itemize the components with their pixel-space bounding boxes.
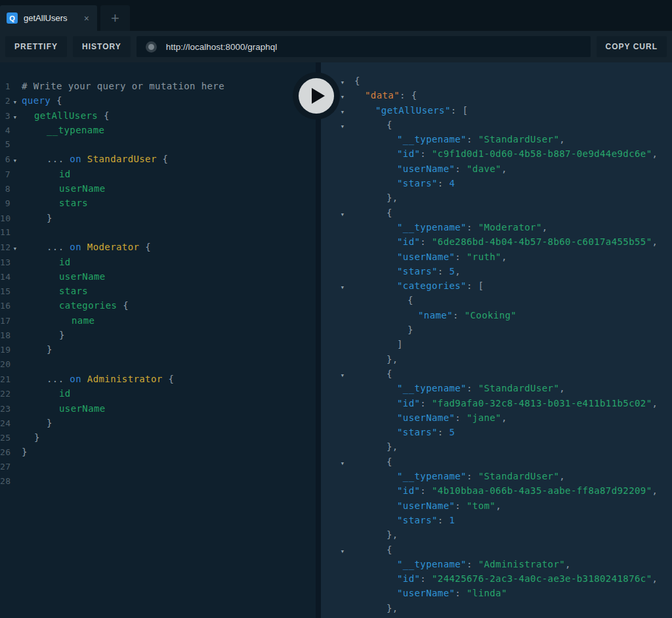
code-text: "stars": 5 — [348, 425, 672, 439]
token-key: "__typename" — [397, 134, 467, 144]
query-code-line[interactable]: 7id — [0, 167, 316, 181]
query-code-line[interactable]: 3▼getAllUsers { — [0, 108, 316, 123]
query-code-line[interactable]: 27 — [0, 460, 316, 474]
token-pn: ... — [47, 374, 70, 384]
fold-arrow-icon[interactable]: ▼ — [10, 154, 20, 168]
query-code-line[interactable]: 20 — [0, 357, 316, 372]
token-pn: : [ — [467, 280, 484, 291]
fold-arrow-icon[interactable]: ▼ — [10, 95, 20, 110]
token-kw: query — [22, 95, 51, 106]
query-code-line[interactable]: 16categories { — [0, 298, 316, 313]
code-text: "stars": 5, — [348, 264, 672, 278]
history-button[interactable]: HISTORY — [73, 36, 131, 57]
response-row: "id": "fad9afa0-32c8-4813-b031-e411b11b5… — [321, 396, 672, 410]
line-number: 10 — [0, 211, 10, 226]
query-code-line[interactable]: 6▼... on StandardUser { — [0, 152, 316, 166]
pane-resize-divider[interactable] — [316, 62, 321, 618]
query-editor-pane[interactable]: 1# Write your query or mutation here2▼qu… — [0, 62, 316, 618]
code-text: } — [20, 445, 316, 459]
new-tab-button[interactable]: + — [100, 5, 130, 31]
query-code-line[interactable]: 14userName — [0, 269, 316, 284]
line-number: 13 — [0, 255, 10, 270]
query-code-line[interactable]: 23userName — [0, 401, 316, 416]
query-code-line[interactable]: 5 — [0, 137, 316, 152]
token-fld: userName — [59, 271, 106, 282]
response-row: ▼{ — [321, 118, 672, 132]
token-key: "getAllUsers" — [375, 105, 451, 116]
line-number: 6 — [0, 152, 10, 167]
response-row: ▼{ — [321, 542, 672, 557]
code-text: id — [20, 255, 316, 269]
token-pn: : — [455, 588, 467, 598]
fold-arrow-icon[interactable]: ▼ — [337, 544, 348, 559]
token-key: "userName" — [397, 500, 455, 511]
fold-arrow-icon[interactable]: ▼ — [337, 456, 348, 471]
response-pane: ▼{▼"data": {▼"getAllUsers": [▼{"__typena… — [321, 62, 672, 618]
fold-arrow-icon[interactable]: ▼ — [337, 368, 348, 383]
tab-getallusers[interactable]: Q getAllUsers × — [0, 5, 97, 31]
token-pn: } — [59, 330, 65, 340]
fold-arrow-icon[interactable]: ▼ — [337, 280, 348, 295]
code-text: stars — [20, 284, 316, 298]
token-pn: } — [47, 213, 52, 223]
code-text: { — [348, 206, 672, 220]
token-fld: id — [59, 257, 71, 267]
token-pn: { — [51, 95, 62, 106]
code-text: "userName": "ruth", — [348, 250, 672, 264]
fold-arrow-icon[interactable]: ▼ — [337, 120, 348, 134]
token-pn: , — [652, 236, 658, 247]
token-key: "userName" — [397, 588, 455, 598]
code-text: ... on Moderator { — [20, 240, 316, 254]
query-code-line[interactable]: 25} — [0, 430, 316, 445]
token-key: "stars" — [397, 178, 438, 188]
fold-arrow-icon[interactable]: ▼ — [337, 105, 348, 120]
query-code-line[interactable]: 28 — [0, 474, 316, 489]
response-row: "stars": 1 — [321, 513, 672, 527]
token-pn: : — [455, 252, 467, 262]
query-code-line[interactable]: 21... on Administrator { — [0, 372, 316, 386]
endpoint-url-input[interactable]: http://localhost:8000/graphql — [136, 36, 591, 57]
code-text: "stars": 4 — [348, 176, 672, 190]
token-str: "dave" — [467, 164, 501, 174]
token-pn: , — [559, 383, 565, 393]
execute-query-button[interactable] — [293, 72, 340, 120]
response-row: "userName": "jane", — [321, 410, 672, 425]
query-code-line[interactable]: 19} — [0, 342, 316, 357]
query-code-line[interactable]: 26} — [0, 445, 316, 459]
copy-curl-button[interactable]: COPY CURL — [597, 36, 667, 57]
response-row: ▼"getAllUsers": [ — [321, 103, 672, 118]
query-code-line[interactable]: 15stars — [0, 284, 316, 298]
query-code-line[interactable]: 17name — [0, 313, 316, 328]
prettify-button[interactable]: PRETTIFY — [5, 36, 67, 57]
query-code-line[interactable]: 10} — [0, 211, 316, 225]
code-text: ... on Administrator { — [20, 372, 316, 386]
query-code-line[interactable]: 8userName — [0, 181, 316, 196]
query-code-line[interactable]: 12▼... on Moderator { — [0, 240, 316, 254]
token-str: "tom" — [467, 500, 495, 511]
code-text: "data": { — [348, 88, 672, 102]
query-code-line[interactable]: 18} — [0, 328, 316, 342]
query-code-line[interactable]: 4__typename — [0, 123, 316, 137]
token-key: "userName" — [397, 252, 455, 262]
token-pn: : — [455, 164, 467, 174]
query-code-line[interactable]: 13id — [0, 255, 316, 269]
code-text: id — [20, 386, 316, 401]
line-number: 3 — [0, 109, 10, 123]
close-tab-icon[interactable]: × — [83, 13, 91, 24]
response-row: { — [321, 293, 672, 307]
token-kw: on — [70, 154, 81, 164]
query-code-line[interactable]: 9stars — [0, 196, 316, 210]
token-pn: : — [420, 573, 432, 584]
code-text: }, — [348, 439, 672, 454]
token-pn: : — [438, 427, 450, 437]
query-code-line[interactable]: 24} — [0, 416, 316, 430]
fold-arrow-icon[interactable]: ▼ — [10, 110, 20, 125]
query-code-line[interactable]: 2▼query { — [0, 93, 316, 108]
query-code-line[interactable]: 22id — [0, 386, 316, 401]
fold-arrow-icon[interactable]: ▼ — [337, 208, 348, 222]
code-text: "userName": "jane", — [348, 410, 672, 425]
query-code-line[interactable]: 11 — [0, 225, 316, 240]
fold-arrow-icon[interactable]: ▼ — [10, 242, 20, 256]
query-code-line[interactable]: 1# Write your query or mutation here — [0, 79, 316, 93]
token-typ: StandardUser — [81, 154, 157, 164]
